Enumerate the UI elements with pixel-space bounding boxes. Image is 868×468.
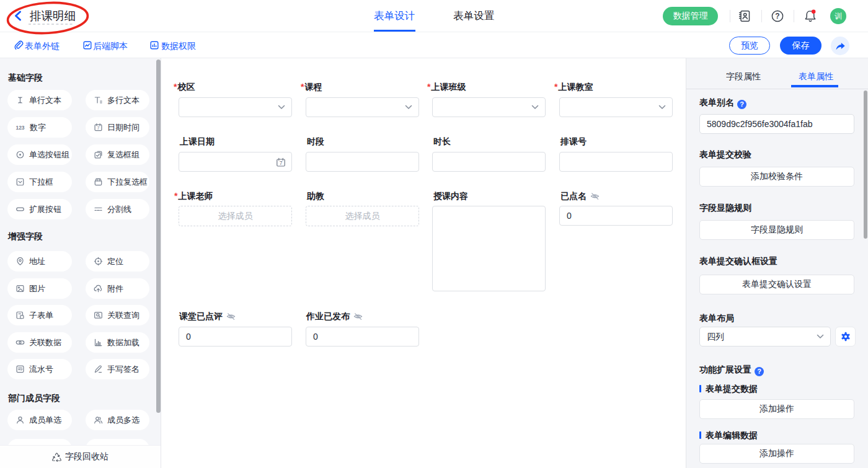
- svg-text:123: 123: [16, 125, 25, 131]
- svg-text:7: 7: [280, 160, 283, 166]
- svg-text:?: ?: [775, 12, 779, 20]
- svg-text:7: 7: [97, 126, 100, 130]
